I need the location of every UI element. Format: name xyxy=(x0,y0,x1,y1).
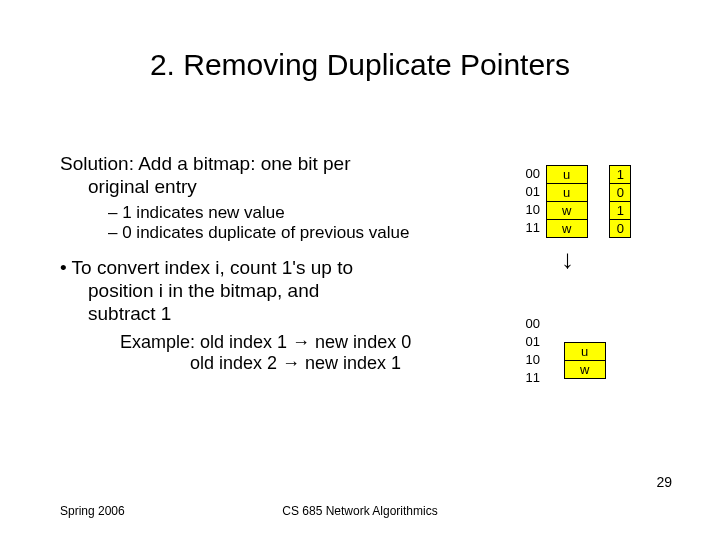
diag1-label-3: 11 xyxy=(520,219,542,237)
diagram-before: 00 01 10 11 u u w w 1 0 1 0 xyxy=(520,165,631,238)
diag1-bit-1: 0 xyxy=(610,184,630,202)
diag2-value-0: u xyxy=(565,343,605,361)
footer-center: CS 685 Network Algorithmics xyxy=(0,504,720,518)
sub-bullet-2: 0 indicates duplicate of previous value xyxy=(60,223,490,243)
diag2-label-1: 01 xyxy=(520,333,542,351)
bullet-convert-c: subtract 1 xyxy=(60,303,490,326)
slide-title: 2. Removing Duplicate Pointers xyxy=(0,48,720,82)
diag1-label-2: 10 xyxy=(520,201,542,219)
diag2-label-2: 10 xyxy=(520,351,542,369)
arrow-down-icon: ↓ xyxy=(561,246,574,272)
solution-line-2: original entry xyxy=(60,176,490,199)
diag1-value-1: u xyxy=(547,184,587,202)
diag1-value-0: u xyxy=(547,166,587,184)
diag1-bit-2: 1 xyxy=(610,202,630,220)
diag2-label-3: 11 xyxy=(520,369,542,387)
diag1-labels: 00 01 10 11 xyxy=(520,165,542,237)
body-text: Solution: Add a bitmap: one bit per orig… xyxy=(60,153,490,375)
diagram-after: 00 01 10 11 u w xyxy=(520,315,606,387)
diag1-bit-3: 0 xyxy=(610,220,630,238)
bullet-convert-a: To convert index i, count 1's up to xyxy=(60,257,490,280)
diag1-values-col: u u w w xyxy=(546,165,588,238)
slide: 2. Removing Duplicate Pointers Solution:… xyxy=(0,0,720,540)
diag1-bitmap-col: 1 0 1 0 xyxy=(609,165,631,238)
page-number: 29 xyxy=(656,474,672,490)
diag1-bit-0: 1 xyxy=(610,166,630,184)
diag2-value-1: w xyxy=(565,361,605,379)
example-line-2: old index 2 → new index 1 xyxy=(60,353,490,375)
diag1-value-2: w xyxy=(547,202,587,220)
diag1-label-1: 01 xyxy=(520,183,542,201)
sub-bullet-1: 1 indicates new value xyxy=(60,203,490,223)
diag2-labels: 00 01 10 11 xyxy=(520,315,542,387)
diag1-label-0: 00 xyxy=(520,165,542,183)
diag1-value-3: w xyxy=(547,220,587,238)
example-line-1: Example: old index 1 → new index 0 xyxy=(60,332,490,354)
bullet-convert-b: position i in the bitmap, and xyxy=(60,280,490,303)
diag2-label-0: 00 xyxy=(520,315,542,333)
solution-line-1: Solution: Add a bitmap: one bit per xyxy=(60,153,490,176)
diag2-values-col: u w xyxy=(564,342,606,379)
